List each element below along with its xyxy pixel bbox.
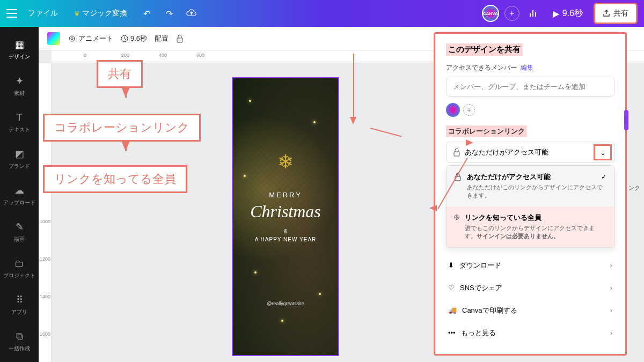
christmas-text: Christmas [233,202,338,221]
purple-accent [624,110,628,130]
color-picker[interactable] [47,32,60,45]
heart-icon: ♡ [448,284,455,292]
annotation-anyone-link: リンクを知ってる全員 [43,165,187,193]
svg-point-0 [69,36,75,41]
access-dropdown: あなただけがアクセス可能 あなただけがこのリンクからデザインにアクセスできます。… [446,165,614,248]
sidebar-item-bulk[interactable]: ⧉一括作成 [0,323,39,359]
member-avatars: + [446,103,614,117]
undo-icon[interactable]: ↶ [138,5,155,22]
folder-icon: 🗀 [13,257,26,270]
sidebar-item-text[interactable]: Tテキスト [0,104,39,141]
chevron-right-icon: › [610,284,612,292]
globe-icon [454,213,459,221]
member-input[interactable] [446,77,614,97]
sidebar-item-brand[interactable]: ◩ブランド [0,141,39,177]
access-option-only-you[interactable]: あなただけがアクセス可能 あなただけがこのリンクからデザインにアクセスできます。… [447,166,614,206]
redo-icon[interactable]: ↷ [160,5,178,22]
sparkle-icon [68,34,76,43]
add-member-small-icon[interactable]: + [463,104,475,116]
chevron-down-icon[interactable]: ⌄ [594,144,612,160]
chevron-right-icon: › [610,306,612,314]
menu-icon[interactable] [6,9,17,18]
top-bar: ファイル ♛ マジック変換 ↶ ↷ CANVA + ▶ 9.6秒 共有 [0,0,644,27]
sidebar: ▦デザイン ✦素材 Tテキスト ◩ブランド ☁アップロード ✎描画 🗀プロジェク… [0,27,39,362]
apps-icon: ⠿ [13,293,26,306]
clock-icon [121,35,128,42]
user-avatar[interactable]: CANVA [482,5,499,22]
sidebar-item-apps[interactable]: ⠿アプリ [0,286,39,323]
ampersand-text: & [233,228,338,234]
arrow-right-icon [466,139,473,146]
animate-button[interactable]: アニメート [68,34,113,43]
sidebar-item-upload[interactable]: ☁アップロード [0,177,39,213]
sidebar-item-design[interactable]: ▦デザイン [0,31,39,68]
svg-rect-3 [177,38,182,42]
truck-icon: 🚚 [448,306,457,314]
svg-rect-4 [454,152,459,156]
arrow-down-icon [350,117,356,124]
play-icon: ▶ [553,9,559,19]
crown-icon: ♛ [74,10,80,17]
annotation-collab-link: コラボレーションリンク [43,114,201,142]
annotation-share: 共有 [97,60,143,88]
access-option-anyone-link[interactable]: リンクを知っている全員 誰でもこのリンクからデザインにアクセスできます。サインイ… [447,206,614,247]
edit-access-link[interactable]: 編集 [521,64,533,71]
chevron-right-icon: › [610,329,612,337]
check-icon: ✓ [601,173,606,181]
position-button[interactable]: 配置 [155,34,169,43]
analytics-icon[interactable] [525,5,542,22]
arrow-down-icon [121,141,130,151]
sidebar-item-elements[interactable]: ✦素材 [0,68,39,104]
draw-icon: ✎ [13,220,26,233]
action-print[interactable]: 🚚Canvaで印刷する › [446,299,614,322]
ruler-vertical: 1000 1200 1400 1600 1800 [39,63,52,362]
text-icon: T [13,111,26,124]
sidebar-item-projects[interactable]: 🗀プロジェクト [0,250,39,286]
share-button[interactable]: 共有 [594,3,638,24]
file-button[interactable]: ファイル [23,5,63,21]
bulk-icon: ⧉ [13,330,26,343]
download-icon: ⬇ [448,261,454,269]
share-icon [603,10,610,17]
merry-text: MERRY [233,191,338,199]
share-panel-title: このデザインを共有 [446,43,523,56]
elements-icon: ✦ [13,75,26,87]
lock-icon [453,148,460,157]
arrow-down-icon [121,87,130,98]
link-suffix-text: ンク [628,184,640,192]
handle-text: @reallygreatssite [233,301,338,306]
new-year-text: A HAPPY NEW YEAR [233,237,338,242]
arrow-line [353,54,354,118]
chevron-right-icon: › [610,261,612,269]
lock-icon[interactable] [176,34,184,43]
snowflake-icon: ❄ [277,151,294,173]
upload-icon: ☁ [13,184,26,197]
brand-icon: ◩ [13,147,26,160]
svg-point-1 [71,38,73,40]
arrow-left-icon [429,205,437,211]
design-canvas[interactable]: ❄ MERRY Christmas & A HAPPY NEW YEAR @re… [232,77,339,356]
share-panel: このデザインを共有 アクセスできるメンバー 編集 + コラボレーションリンク あ… [434,32,627,356]
action-download[interactable]: ⬇ダウンロード › [446,254,614,277]
member-avatar[interactable] [446,103,460,117]
collab-link-label: コラボレーションリンク [446,125,527,137]
design-icon: ▦ [13,38,26,51]
more-icon: ••• [448,329,456,337]
action-sns-share[interactable]: ♡SNSでシェア › [446,277,614,299]
action-more[interactable]: •••もっと見る › [446,322,614,344]
play-duration[interactable]: ▶ 9.6秒 [547,6,588,21]
cloud-sync-icon[interactable] [183,5,200,22]
add-member-icon[interactable]: + [504,6,519,21]
duration-button[interactable]: 9.6秒 [121,34,147,43]
access-members-label: アクセスできるメンバー 編集 [446,63,614,72]
magic-convert-button[interactable]: ♛ マジック変換 [69,5,133,21]
sidebar-item-draw[interactable]: ✎描画 [0,213,39,250]
